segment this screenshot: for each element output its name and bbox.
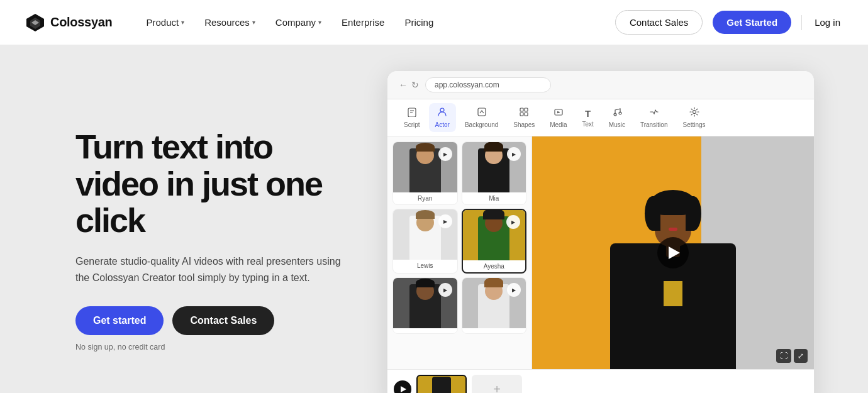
nav-links: Product ▾ Resources ▾ Company ▾ Enterpri… [137, 12, 615, 33]
nav-divider [801, 15, 802, 30]
actor-label: Actor [435, 121, 450, 128]
background-label: Background [465, 121, 498, 128]
play-triangle-icon [669, 246, 680, 259]
app-window: ← ↻ app.colossyan.com Script Actor [387, 70, 815, 393]
shapes-label: Shapes [513, 121, 535, 128]
script-icon [407, 107, 417, 119]
music-label: Music [609, 121, 625, 128]
actor-name-ryan: Ryan [393, 192, 457, 204]
hero-note: No sign up, no credit card [75, 343, 346, 351]
video-preview: ⛶ ⤢ [532, 136, 814, 369]
actor-play-lewis[interactable]: ▶ [438, 214, 452, 228]
svg-rect-11 [525, 113, 528, 116]
actor-play-5[interactable]: ▶ [438, 283, 452, 297]
actor-card-6[interactable]: ▶ [462, 277, 527, 334]
actor-card-5[interactable]: ▶ [392, 277, 458, 334]
timeline-add-clip-button[interactable]: + [472, 375, 522, 393]
text-icon: T [585, 108, 591, 119]
actor-name-lewis: Lewis [393, 260, 457, 272]
hero-title: Turn text into video in just one click [75, 128, 346, 238]
nav-item-product[interactable]: Product ▾ [137, 12, 193, 33]
timeline-clip-1[interactable] [416, 375, 467, 393]
actor-icon [437, 107, 447, 119]
toolbar-music[interactable]: Music [603, 103, 632, 132]
fullscreen-icon[interactable]: ⛶ [776, 349, 791, 363]
nav-item-company[interactable]: Company ▾ [267, 12, 330, 33]
hero-section: Turn text into video in just one click G… [0, 45, 868, 393]
hero-content: Turn text into video in just one click G… [75, 128, 346, 351]
hero-contact-sales-button[interactable]: Contact Sales [172, 306, 274, 335]
toolbar-actor[interactable]: Actor [429, 103, 456, 132]
presenter-figure [610, 168, 736, 369]
settings-label: Settings [682, 121, 705, 128]
back-icon[interactable]: ← [399, 80, 408, 90]
toolbar-background[interactable]: Background [459, 103, 504, 132]
script-label: Script [404, 121, 420, 128]
settings-icon [689, 107, 699, 119]
svg-point-15 [693, 111, 696, 114]
toolbar-shapes[interactable]: Shapes [507, 103, 541, 132]
presenter-hair-left [645, 196, 660, 231]
presenter-lips [669, 228, 677, 231]
chevron-down-icon: ▾ [252, 19, 255, 26]
hero-buttons: Get started Contact Sales [75, 306, 346, 335]
toolbar-text[interactable]: T Text [576, 104, 599, 131]
actor-card-ayesha[interactable]: ▶ Ayesha [462, 209, 527, 274]
presenter-hair-right [686, 196, 701, 231]
background-icon [477, 107, 487, 119]
timeline-play-icon [401, 386, 406, 392]
nav-actions: Contact Sales Get Started Log in [615, 10, 843, 35]
nav-item-enterprise[interactable]: Enterprise [333, 12, 393, 33]
expand-icon[interactable]: ⤢ [794, 349, 808, 363]
presenter-shirt [664, 281, 682, 306]
app-toolbar: Script Actor Background [387, 99, 814, 136]
actor-play-mia[interactable]: ▶ [507, 147, 521, 161]
timeline: + [387, 369, 814, 393]
actor-card-mia[interactable]: ▶ Mia [462, 141, 527, 205]
timeline-clip-1-preview [432, 377, 451, 393]
actor-name-5 [393, 328, 457, 333]
actor-panel: ▶ Ryan ▶ Mia [387, 136, 532, 369]
video-controls: ⛶ ⤢ [776, 349, 808, 363]
actor-card-ryan[interactable]: ▶ Ryan [392, 141, 458, 205]
svg-rect-8 [520, 108, 523, 111]
actor-card-lewis[interactable]: ▶ Lewis [392, 209, 458, 274]
logo-text: Colossyan [50, 15, 112, 30]
toolbar-media[interactable]: Media [543, 103, 573, 132]
navbar: Colossyan Product ▾ Resources ▾ Company … [0, 0, 868, 45]
nav-item-pricing[interactable]: Pricing [396, 12, 442, 33]
address-bar[interactable]: app.colossyan.com [425, 77, 551, 92]
media-icon [554, 107, 564, 119]
chevron-down-icon: ▾ [318, 19, 321, 26]
actor-name-mia: Mia [462, 192, 526, 204]
hero-description: Generate studio-quality AI videos with r… [75, 253, 346, 285]
media-label: Media [550, 121, 567, 128]
svg-rect-7 [478, 108, 486, 116]
video-play-button[interactable] [657, 237, 689, 268]
transition-icon [649, 107, 659, 119]
toolbar-settings[interactable]: Settings [676, 103, 711, 132]
toolbar-script[interactable]: Script [398, 103, 426, 132]
transition-label: Transition [640, 121, 668, 128]
actor-name-6 [462, 328, 526, 333]
browser-nav-icons: ← ↻ [399, 80, 419, 90]
get-started-nav-button[interactable]: Get Started [713, 11, 791, 34]
contact-sales-button[interactable]: Contact Sales [615, 10, 703, 35]
hero-app-preview: ← ↻ app.colossyan.com Script Actor [384, 70, 818, 393]
timeline-play-button[interactable] [394, 380, 411, 393]
nav-item-resources[interactable]: Resources ▾ [196, 12, 264, 33]
actor-play-6[interactable]: ▶ [507, 283, 521, 297]
toolbar-transition[interactable]: Transition [634, 103, 674, 132]
logo[interactable]: Colossyan [25, 13, 112, 33]
actor-name-ayesha: Ayesha [463, 260, 526, 272]
svg-point-6 [440, 108, 444, 112]
music-icon [612, 107, 622, 119]
svg-rect-9 [525, 108, 528, 111]
svg-rect-10 [520, 113, 523, 116]
login-button[interactable]: Log in [812, 12, 843, 33]
refresh-icon[interactable]: ↻ [411, 80, 419, 90]
actor-play-ayesha[interactable]: ▶ [506, 215, 520, 229]
hero-get-started-button[interactable]: Get started [75, 306, 164, 335]
actor-play-ryan[interactable]: ▶ [438, 147, 452, 161]
app-main-content: ▶ Ryan ▶ Mia [387, 136, 814, 369]
